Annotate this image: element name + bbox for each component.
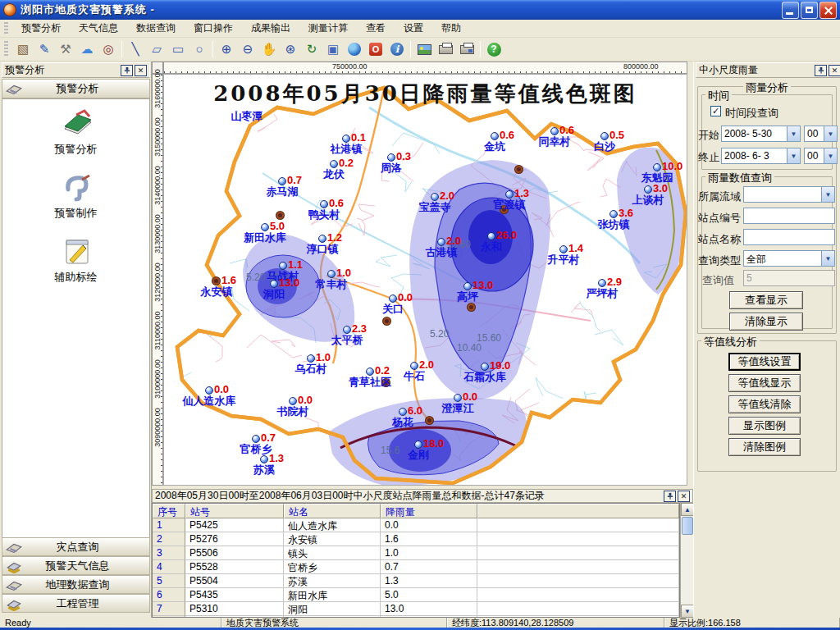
print-icon[interactable]	[436, 40, 455, 59]
print-preview-icon[interactable]	[457, 40, 477, 59]
scroll-down-icon[interactable]: ▼	[681, 605, 694, 618]
close-button[interactable]	[819, 2, 837, 19]
station-label: 金刚	[408, 448, 429, 463]
pin-icon[interactable]	[664, 491, 676, 502]
sidebar-item-预警分析[interactable]: 预警分析	[2, 99, 149, 163]
sidebar-group-地理数据查询[interactable]: 地理数据查询	[2, 575, 150, 594]
contour-button-4[interactable]: 清除图例	[728, 438, 801, 456]
sidebar-group-工程管理[interactable]: 工程管理	[2, 594, 150, 613]
restore-button[interactable]	[801, 2, 818, 19]
station-label: 书院村	[277, 404, 309, 419]
contour-button-2[interactable]: 等值线清除	[728, 395, 801, 413]
map-image-icon[interactable]	[414, 40, 434, 59]
station-code-input[interactable]	[743, 208, 835, 224]
close-icon[interactable]: ✕	[678, 491, 690, 502]
chevron-down-icon[interactable]: ▼	[821, 187, 834, 202]
chevron-down-icon[interactable]: ▼	[787, 126, 800, 141]
time-range-checkbox[interactable]: ✓	[710, 106, 721, 116]
info-icon[interactable]: i	[387, 40, 407, 59]
station-label: 永和	[481, 240, 502, 254]
map-canvas[interactable]: 2008年05月30日降雨量等值线色斑图 5.2010.4015.605.201…	[163, 74, 687, 486]
table-row[interactable]: 4P5528官桥乡0.7	[153, 560, 679, 574]
menu-grip[interactable]	[4, 22, 8, 34]
menu-item-7[interactable]: 设置	[395, 20, 432, 37]
pin-icon[interactable]	[815, 65, 827, 76]
paint-brush-icon[interactable]: ✎	[34, 40, 54, 59]
menu-item-8[interactable]: 帮助	[432, 20, 470, 37]
show-query-button[interactable]: 查看显示	[729, 291, 803, 309]
table-scrollbar[interactable]: ▲ ▼	[680, 503, 693, 618]
draw-rectangle-icon: ▭	[171, 42, 185, 57]
chevron-down-icon[interactable]: ▼	[821, 251, 834, 266]
refresh-icon[interactable]: ↻	[302, 40, 322, 59]
contour-button-1[interactable]: 等值线显示	[728, 374, 801, 392]
zoom-extent-icon[interactable]: ⊛	[281, 40, 300, 59]
station-label: 常丰村	[316, 277, 348, 292]
minimize-button[interactable]	[782, 2, 799, 19]
draw-ellipse-icon[interactable]: ○	[189, 40, 209, 59]
map-edit-icon[interactable]: ▧	[13, 40, 33, 59]
sidebar-item-预警制作[interactable]: 预警制作	[2, 163, 149, 227]
start-date-select[interactable]: 2008- 5-30 ▼	[721, 126, 801, 142]
column-header-0[interactable]: 序号	[153, 504, 185, 518]
toolbar-grip[interactable]	[4, 41, 8, 57]
table-row[interactable]: 6P5435新田水库5.0	[153, 588, 679, 602]
table-row[interactable]: 3P5506镇头1.0	[153, 546, 679, 560]
stop-icon[interactable]: O	[366, 40, 386, 59]
table-cell: 仙人造水库	[284, 518, 381, 532]
clear-query-button[interactable]: 清除显示	[729, 313, 803, 331]
menu-item-3[interactable]: 窗口操作	[185, 20, 242, 37]
draw-polygon-icon[interactable]: ▱	[147, 40, 167, 59]
station-name-input[interactable]	[743, 229, 835, 245]
column-header-1[interactable]: 站号	[185, 504, 284, 518]
menu-item-4[interactable]: 成果输出	[242, 20, 299, 37]
help-icon[interactable]: ?	[484, 40, 504, 59]
close-icon[interactable]: ✕	[135, 65, 147, 76]
table-row[interactable]: 1P5425仙人造水库0.0	[153, 518, 679, 532]
end-hour-select[interactable]: 00 ▼	[804, 148, 838, 164]
menu-item-5[interactable]: 测量计算	[299, 20, 357, 37]
hammer-icon[interactable]: ⚒	[56, 40, 75, 59]
help-icon: ?	[487, 43, 501, 57]
table-cell: 洞阳	[284, 602, 381, 616]
globe-icon[interactable]	[345, 40, 364, 59]
end-date-select[interactable]: 2008- 6- 3 ▼	[721, 148, 801, 164]
close-icon[interactable]: ✕	[829, 65, 840, 76]
table-row[interactable]: 2P5276永安镇1.6	[153, 532, 679, 546]
chevron-down-icon[interactable]: ▼	[824, 126, 837, 141]
table-cell: 永安镇	[284, 532, 381, 546]
basin-select[interactable]: ▼	[743, 186, 835, 203]
sidebar-item-辅助标绘[interactable]: 辅助标绘	[2, 227, 149, 291]
menu-item-6[interactable]: 查看	[357, 20, 395, 37]
draw-rectangle-icon[interactable]: ▭	[168, 40, 188, 59]
pan-icon[interactable]: ✋	[259, 40, 279, 59]
query-value-input	[743, 270, 835, 286]
bottom-panel-title: 2008年05月30日00时至2008年06月03日00时中小尺度站点降雨量总和…	[155, 489, 662, 503]
crosshair-icon[interactable]: ◎	[98, 40, 118, 59]
sidebar-group-warning-analysis[interactable]: 预警分析	[2, 79, 150, 98]
contour-button-3[interactable]: 显示图例	[728, 417, 801, 435]
zoom-out-icon[interactable]: ⊖	[238, 40, 258, 59]
zoom-in-icon[interactable]: ⊕	[217, 40, 236, 59]
chevron-down-icon[interactable]: ▼	[787, 148, 800, 163]
scroll-up-icon[interactable]: ▲	[681, 503, 694, 516]
menu-item-1[interactable]: 天气信息	[70, 20, 127, 37]
copy-window-icon[interactable]: ▣	[323, 40, 343, 59]
menu-item-2[interactable]: 数据查询	[127, 20, 185, 37]
chevron-down-icon[interactable]: ▼	[824, 148, 837, 163]
column-header-3[interactable]: 降雨量	[381, 504, 477, 518]
pin-icon[interactable]	[121, 65, 133, 76]
draw-line-icon[interactable]: ╲	[126, 40, 145, 59]
table-cell: 1.6	[381, 532, 477, 546]
sidebar-group-灾点查询[interactable]: 灾点查询	[2, 537, 150, 556]
sidebar-group-预警天气信息[interactable]: 预警天气信息	[2, 556, 150, 575]
query-type-select[interactable]: 全部 ▼	[743, 250, 835, 267]
table-row[interactable]: 7P5310洞阳13.0	[153, 602, 679, 616]
menu-item-0[interactable]: 预警分析	[12, 20, 70, 37]
table-row[interactable]: 5P5504苏溪1.3	[153, 574, 679, 588]
column-header-2[interactable]: 站名	[284, 504, 381, 518]
contour-button-0[interactable]: 等值线设置	[728, 353, 801, 371]
cloud-icon[interactable]: ☁	[77, 40, 97, 59]
scroll-thumb[interactable]	[682, 517, 693, 535]
start-hour-select[interactable]: 00 ▼	[804, 126, 838, 142]
